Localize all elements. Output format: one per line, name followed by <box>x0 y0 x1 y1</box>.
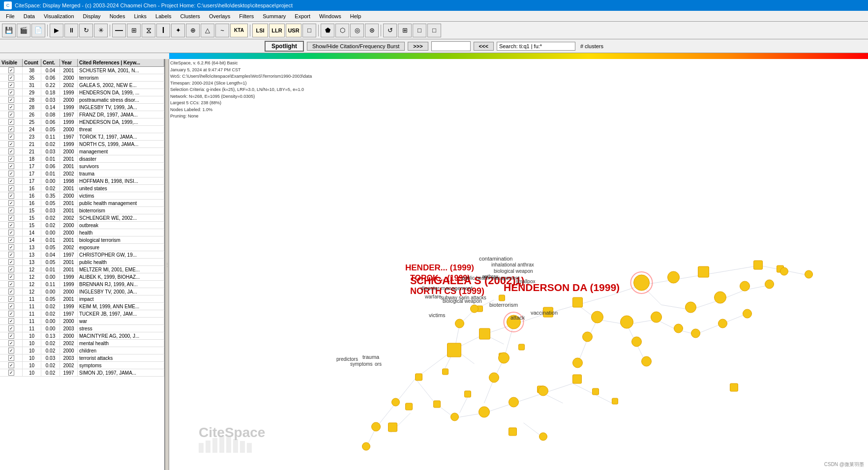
nav-back-button[interactable]: <<< <box>474 42 494 51</box>
checkbox[interactable] <box>8 222 14 228</box>
cell-visible[interactable] <box>0 354 23 361</box>
cell-visible[interactable] <box>0 325 23 332</box>
checkbox[interactable] <box>8 193 14 199</box>
cell-visible[interactable] <box>0 273 23 280</box>
record-btn[interactable]: 🎬 <box>17 24 30 37</box>
cell-visible[interactable] <box>0 332 23 339</box>
checkbox[interactable] <box>8 252 14 258</box>
cell-visible[interactable] <box>0 67 23 74</box>
table-row[interactable]: 110.021997TUCKER JB, 1997, JAM... <box>0 310 164 318</box>
cell-visible[interactable] <box>0 185 23 192</box>
table-row[interactable]: 110.002000war <box>0 318 164 325</box>
table-row[interactable]: 290.181999HENDERSON DA, 1999, ... <box>0 89 164 96</box>
table-row[interactable]: 280.141999INGLESBY TV, 1999, JA... <box>0 104 164 111</box>
checkbox[interactable] <box>8 303 14 309</box>
cell-visible[interactable] <box>0 259 23 265</box>
table-row[interactable]: 240.052000threat <box>0 126 164 133</box>
text-btn[interactable]: I <box>156 24 170 37</box>
table-row[interactable]: 100.022002mental health <box>0 340 164 347</box>
wave-btn[interactable]: ~ <box>215 24 229 37</box>
checkbox[interactable] <box>8 171 14 176</box>
spotlight-button[interactable]: Spotlight <box>265 41 304 52</box>
table-row[interactable]: 130.052002exposure <box>0 244 164 251</box>
lsi-btn[interactable]: LSI <box>252 24 268 37</box>
checkbox[interactable] <box>8 97 14 103</box>
checkbox[interactable] <box>8 207 14 213</box>
table-row[interactable]: 120.001999ALIBEK K, 1999, BIOHAZ... <box>0 273 164 281</box>
cell-visible[interactable] <box>0 369 23 376</box>
cell-visible[interactable] <box>0 362 23 369</box>
save-btn[interactable]: 💾 <box>2 24 16 37</box>
table-row[interactable]: 170.062001survivors <box>0 163 164 170</box>
plus-btn[interactable]: ⊕ <box>186 24 200 37</box>
checkbox[interactable] <box>8 362 14 368</box>
cell-visible[interactable] <box>0 148 23 155</box>
checkbox[interactable] <box>8 318 14 324</box>
cell-visible[interactable] <box>0 288 23 295</box>
checkbox[interactable] <box>8 289 14 294</box>
table-row[interactable]: 120.111999BRENNAN RJ, 1999, AN... <box>0 281 164 288</box>
links-btn[interactable]: ⬟ <box>321 24 334 37</box>
cell-visible[interactable] <box>0 318 23 324</box>
checkbox[interactable] <box>8 259 14 265</box>
table-row[interactable]: 100.022000children <box>0 347 164 354</box>
citation-burst-button[interactable]: Show/Hide Citation/Frequency Burst <box>307 42 405 51</box>
checkbox[interactable] <box>8 281 14 287</box>
checkbox[interactable] <box>8 348 14 353</box>
checkbox[interactable] <box>8 178 14 184</box>
checkbox[interactable] <box>8 325 14 331</box>
checkbox[interactable] <box>8 185 14 191</box>
table-row[interactable]: 350.062000terrorism <box>0 74 164 82</box>
checkbox[interactable] <box>8 274 14 280</box>
checkbox[interactable] <box>8 163 14 169</box>
table-row[interactable]: 110.021999KEIM M, 1999, ANN EME... <box>0 303 164 310</box>
triangle-btn[interactable]: △ <box>201 24 214 37</box>
checkbox[interactable] <box>8 156 14 162</box>
menu-export[interactable]: Export <box>291 12 314 20</box>
table-row[interactable]: 130.041997CHRISTOPHER GW, 19... <box>0 251 164 259</box>
checkbox[interactable] <box>8 237 14 243</box>
checkbox[interactable] <box>8 112 14 118</box>
cell-visible[interactable] <box>0 207 23 214</box>
cell-visible[interactable] <box>0 340 23 347</box>
resize-handle[interactable]: ⋮ <box>165 59 169 470</box>
table-row[interactable]: 140.012001biological terrorism <box>0 236 164 244</box>
menu-labels[interactable]: Labels <box>151 12 175 20</box>
menu-summary[interactable]: Summary <box>259 12 290 20</box>
cell-visible[interactable] <box>0 310 23 317</box>
print-btn[interactable]: 📄 <box>31 24 45 37</box>
cell-visible[interactable] <box>0 89 23 96</box>
checkbox[interactable] <box>8 126 14 132</box>
cell-visible[interactable] <box>0 155 23 162</box>
cell-visible[interactable] <box>0 96 23 103</box>
menu-display[interactable]: Display <box>79 12 105 20</box>
checkbox[interactable] <box>8 200 14 206</box>
menu-file[interactable]: File <box>2 12 19 20</box>
cell-visible[interactable] <box>0 281 23 288</box>
kta-btn[interactable]: KTA <box>230 24 248 37</box>
cell-visible[interactable] <box>0 266 23 273</box>
cell-visible[interactable] <box>0 295 23 302</box>
checkbox[interactable] <box>8 333 14 339</box>
burst-btn[interactable]: ✳ <box>94 24 108 37</box>
cell-visible[interactable] <box>0 303 23 310</box>
menu-windows[interactable]: Windows <box>315 12 345 20</box>
grid-btn[interactable]: ⊞ <box>127 24 141 37</box>
table-row[interactable]: 310.222002GALEA S, 2002, NEW E... <box>0 82 164 89</box>
checkbox[interactable] <box>8 89 14 95</box>
menu-links[interactable]: Links <box>130 12 150 20</box>
table-row[interactable]: 140.002000health <box>0 229 164 236</box>
star-btn[interactable]: ✦ <box>171 24 185 37</box>
cell-visible[interactable] <box>0 192 23 199</box>
checkbox[interactable] <box>8 370 14 376</box>
cell-visible[interactable] <box>0 214 23 221</box>
cell-visible[interactable] <box>0 244 23 251</box>
table-row[interactable]: 100.132000MACINTYRE AG, 2000, J... <box>0 332 164 340</box>
table-row[interactable]: 210.032000management <box>0 148 164 155</box>
cell-visible[interactable] <box>0 170 23 177</box>
checkbox[interactable] <box>8 266 14 272</box>
cell-visible[interactable] <box>0 141 23 147</box>
checkbox[interactable] <box>8 82 14 88</box>
checkbox[interactable] <box>8 340 14 346</box>
table-row[interactable]: 150.022000outbreak <box>0 222 164 229</box>
